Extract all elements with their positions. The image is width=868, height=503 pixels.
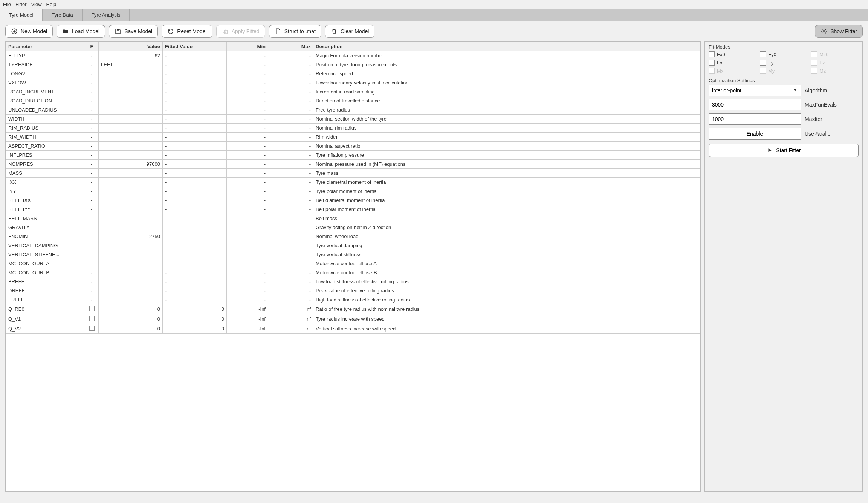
table-row[interactable]: Q_V200-InfInfVertical stiffness increase… — [6, 324, 700, 334]
cell-min[interactable]: - — [227, 286, 268, 295]
cell-min[interactable]: - — [227, 196, 268, 205]
table-scroll[interactable]: ParameterFValueFitted ValueMinMaxDescrip… — [6, 42, 700, 491]
menu-help[interactable]: Help — [46, 2, 57, 7]
cell-min[interactable]: - — [227, 96, 268, 105]
cell-f[interactable] — [85, 304, 99, 314]
cell-max[interactable]: - — [268, 178, 313, 187]
cell-max[interactable]: - — [268, 169, 313, 178]
cell-value[interactable] — [99, 259, 163, 268]
fit-mode-fx[interactable]: Fx — [709, 60, 756, 66]
table-row[interactable]: TYRESIDE-LEFT---Position of tyre during … — [6, 60, 700, 69]
fit-checkbox[interactable] — [89, 326, 95, 331]
cell-value[interactable] — [99, 295, 163, 304]
start-fitter-button[interactable]: Start Fitter — [709, 144, 859, 157]
cell-max[interactable]: - — [268, 295, 313, 304]
table-row[interactable]: RIM_WIDTH----Rim width — [6, 133, 700, 142]
tab-tyre-analysis[interactable]: Tyre Analysis — [83, 9, 130, 21]
cell-min[interactable]: - — [227, 187, 268, 196]
table-row[interactable]: Q_RE000-InfInfRatio of free tyre radius … — [6, 304, 700, 314]
cell-value[interactable] — [99, 105, 163, 115]
cell-max[interactable]: - — [268, 205, 313, 214]
tab-tyre-model[interactable]: Tyre Model — [0, 9, 43, 21]
cell-min[interactable]: - — [227, 232, 268, 241]
cell-min[interactable]: -Inf — [227, 324, 268, 334]
cell-min[interactable]: - — [227, 277, 268, 286]
cell-value[interactable] — [99, 187, 163, 196]
maxiter-input[interactable] — [709, 113, 801, 125]
cell-value[interactable] — [99, 205, 163, 214]
cell-value[interactable] — [99, 178, 163, 187]
table-row[interactable]: IYY----Tyre polar moment of inertia — [6, 187, 700, 196]
column-header-value[interactable]: Value — [99, 42, 163, 51]
cell-value[interactable] — [99, 169, 163, 178]
table-row[interactable]: INFLPRES----Tyre inflation pressure — [6, 151, 700, 160]
cell-min[interactable]: - — [227, 60, 268, 69]
cell-min[interactable]: - — [227, 214, 268, 223]
column-header-fitted-value[interactable]: Fitted Value — [163, 42, 227, 51]
cell-value[interactable] — [99, 277, 163, 286]
cell-max[interactable]: - — [268, 223, 313, 232]
table-row[interactable]: GRAVITY----Gravity acting on belt in Z d… — [6, 223, 700, 232]
cell-min[interactable]: - — [227, 78, 268, 87]
cell-max[interactable]: - — [268, 232, 313, 241]
cell-value[interactable]: 62 — [99, 51, 163, 60]
cell-value[interactable]: 0 — [99, 304, 163, 314]
cell-min[interactable]: - — [227, 178, 268, 187]
cell-max[interactable]: - — [268, 60, 313, 69]
checkbox-icon[interactable] — [709, 60, 715, 66]
cell-value[interactable] — [99, 214, 163, 223]
cell-max[interactable]: - — [268, 160, 313, 169]
cell-max[interactable]: - — [268, 78, 313, 87]
table-row[interactable]: LONGVL----Reference speed — [6, 69, 700, 78]
cell-max[interactable]: - — [268, 69, 313, 78]
cell-max[interactable]: - — [268, 151, 313, 160]
menu-view[interactable]: View — [31, 2, 42, 7]
fit-checkbox[interactable] — [89, 306, 95, 311]
cell-max[interactable]: - — [268, 87, 313, 96]
cell-min[interactable]: - — [227, 160, 268, 169]
column-header-description[interactable]: Description — [313, 42, 700, 51]
maxfunevals-input[interactable] — [709, 99, 801, 110]
cell-min[interactable]: - — [227, 259, 268, 268]
cell-max[interactable]: - — [268, 187, 313, 196]
cell-max[interactable]: - — [268, 241, 313, 250]
struct-to-mat-button[interactable]: Struct to .mat — [269, 25, 321, 38]
table-row[interactable]: BREFF----Low load stiffness of effective… — [6, 277, 700, 286]
cell-max[interactable]: - — [268, 250, 313, 259]
cell-max[interactable]: - — [268, 259, 313, 268]
cell-f[interactable] — [85, 314, 99, 324]
show-fitter-button[interactable]: Show Fitter — [815, 25, 863, 38]
cell-min[interactable]: - — [227, 295, 268, 304]
cell-min[interactable]: - — [227, 105, 268, 115]
cell-max[interactable]: - — [268, 277, 313, 286]
cell-value[interactable] — [99, 115, 163, 124]
cell-f[interactable] — [85, 324, 99, 334]
column-header-f[interactable]: F — [85, 42, 99, 51]
clear-model-button[interactable]: Clear Model — [325, 25, 374, 38]
cell-value[interactable] — [99, 223, 163, 232]
load-model-button[interactable]: Load Model — [57, 25, 105, 38]
table-row[interactable]: VERTICAL_STIFFNE...----Tyre vertical sti… — [6, 250, 700, 259]
cell-max[interactable]: - — [268, 142, 313, 151]
cell-min[interactable]: - — [227, 268, 268, 277]
table-row[interactable]: FREFF----High load stiffness of effectiv… — [6, 295, 700, 304]
table-row[interactable]: UNLOADED_RADIUS----Free tyre radius — [6, 105, 700, 115]
cell-value[interactable] — [99, 286, 163, 295]
column-header-min[interactable]: Min — [227, 42, 268, 51]
table-row[interactable]: FNOMIN-2750---Nominal wheel load — [6, 232, 700, 241]
cell-value[interactable] — [99, 142, 163, 151]
table-row[interactable]: ROAD_DIRECTION----Direction of travelled… — [6, 96, 700, 105]
cell-max[interactable]: - — [268, 133, 313, 142]
cell-max[interactable]: - — [268, 51, 313, 60]
table-row[interactable]: ASPECT_RATIO----Nominal aspect ratio — [6, 142, 700, 151]
fit-mode-fy[interactable]: Fy — [760, 60, 807, 66]
reset-model-button[interactable]: Reset Model — [162, 25, 212, 38]
algorithm-select[interactable]: interior-point — [709, 85, 801, 96]
table-row[interactable]: BELT_IXX----Belt diametral moment of ine… — [6, 196, 700, 205]
cell-max[interactable]: - — [268, 286, 313, 295]
cell-min[interactable]: - — [227, 133, 268, 142]
cell-min[interactable]: -Inf — [227, 314, 268, 324]
cell-value[interactable] — [99, 78, 163, 87]
table-row[interactable]: VERTICAL_DAMPING----Tyre vertical dampin… — [6, 241, 700, 250]
menu-fitter[interactable]: Fitter — [15, 2, 27, 7]
